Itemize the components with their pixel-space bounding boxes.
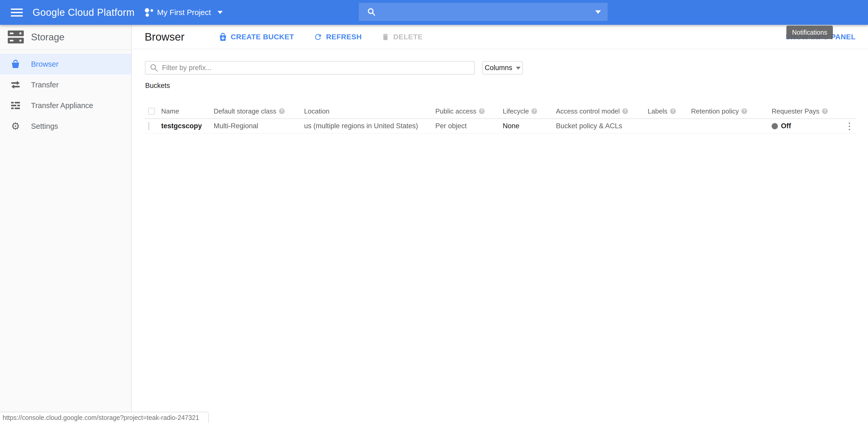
sidebar-item-browser[interactable]: Browser bbox=[0, 54, 131, 75]
divider bbox=[0, 50, 131, 50]
project-icon bbox=[145, 8, 153, 17]
create-bucket-button[interactable]: CREATE BUCKET bbox=[219, 33, 294, 41]
project-name: My First Project bbox=[157, 8, 211, 17]
sidebar-item-label: Transfer Appliance bbox=[31, 101, 93, 110]
row-menu-icon[interactable]: ⋮ bbox=[843, 121, 856, 131]
sidebar-item-transfer-appliance[interactable]: Transfer Appliance bbox=[0, 95, 131, 116]
sidebar-item-settings[interactable]: ⚙ Settings bbox=[0, 116, 131, 137]
help-icon[interactable]: ? bbox=[670, 108, 676, 114]
chevron-down-icon bbox=[516, 67, 521, 69]
gear-icon: ⚙ bbox=[10, 121, 21, 131]
cell-requester-pays: Off bbox=[772, 122, 843, 130]
cell-location: us (multiple regions in United States) bbox=[304, 122, 435, 130]
col-name[interactable]: Name bbox=[161, 107, 214, 115]
app-logo[interactable]: Google Cloud Platform bbox=[33, 0, 134, 25]
transfer-appliance-icon bbox=[10, 101, 21, 110]
sidebar-header: Storage bbox=[0, 25, 131, 50]
page-header: Browser CREATE BUCKET REFRESH DELETE SHO… bbox=[132, 25, 868, 49]
header-actions: CREATE BUCKET REFRESH DELETE bbox=[219, 25, 423, 49]
project-selector[interactable]: My First Project bbox=[145, 0, 223, 25]
col-public-access[interactable]: Public access? bbox=[435, 107, 503, 115]
help-icon[interactable]: ? bbox=[531, 108, 537, 114]
status-bar: https://console.cloud.google.com/storage… bbox=[0, 412, 209, 423]
notifications-tooltip: Notifications bbox=[786, 26, 833, 39]
filter-field[interactable] bbox=[145, 61, 475, 75]
table-header-row: Name Default storage class? Location Pub… bbox=[145, 104, 856, 119]
cell-storage-class: Multi-Regional bbox=[214, 122, 304, 130]
hamburger-menu-icon[interactable] bbox=[11, 8, 23, 17]
col-retention-policy[interactable]: Retention policy? bbox=[691, 107, 772, 115]
sidebar-item-label: Browser bbox=[31, 60, 58, 68]
transfer-icon bbox=[10, 81, 21, 89]
bucket-name-link[interactable]: testgcscopy bbox=[161, 122, 214, 130]
trash-icon bbox=[381, 33, 390, 41]
sidebar: Storage Browser Transfer bbox=[0, 25, 132, 423]
section-label: Buckets bbox=[145, 82, 170, 90]
search-input[interactable] bbox=[359, 3, 608, 21]
sidebar-item-label: Transfer bbox=[31, 81, 59, 89]
col-access-control[interactable]: Access control model? bbox=[556, 107, 648, 115]
help-icon[interactable]: ? bbox=[741, 108, 747, 114]
columns-button[interactable]: Columns bbox=[482, 61, 523, 75]
help-icon[interactable]: ? bbox=[279, 108, 285, 114]
cell-lifecycle[interactable]: None bbox=[503, 122, 556, 130]
sidebar-nav: Browser Transfer bbox=[0, 54, 131, 137]
bucket-icon bbox=[10, 60, 21, 68]
cell-public-access: Per object bbox=[435, 122, 503, 130]
col-location[interactable]: Location bbox=[304, 107, 435, 115]
status-dot-icon bbox=[772, 123, 778, 129]
search-icon bbox=[150, 63, 158, 72]
delete-button[interactable]: DELETE bbox=[381, 33, 423, 41]
refresh-button[interactable]: REFRESH bbox=[314, 33, 362, 41]
buckets-table: Name Default storage class? Location Pub… bbox=[145, 104, 856, 134]
sidebar-item-label: Settings bbox=[31, 122, 58, 131]
select-all-checkbox[interactable] bbox=[148, 108, 155, 115]
help-icon[interactable]: ? bbox=[622, 108, 628, 114]
sidebar-title: Storage bbox=[31, 25, 65, 50]
status-url: https://console.cloud.google.com/storage… bbox=[3, 414, 199, 421]
topbar: Google Cloud Platform My First Project bbox=[0, 0, 868, 25]
col-storage-class[interactable]: Default storage class? bbox=[214, 107, 304, 115]
storage-icon bbox=[8, 30, 24, 45]
col-lifecycle[interactable]: Lifecycle? bbox=[503, 107, 556, 115]
chevron-down-icon bbox=[218, 11, 223, 14]
col-requester-pays[interactable]: Requester Pays? bbox=[772, 107, 843, 115]
page-title: Browser bbox=[145, 25, 184, 49]
sidebar-item-transfer[interactable]: Transfer bbox=[0, 75, 131, 95]
refresh-icon bbox=[314, 33, 322, 41]
col-labels[interactable]: Labels? bbox=[648, 107, 691, 115]
filter-input[interactable] bbox=[162, 61, 474, 74]
search-dropdown-icon[interactable] bbox=[595, 10, 601, 14]
cell-access-control: Bucket policy & ACLs bbox=[556, 122, 648, 130]
help-icon[interactable]: ? bbox=[822, 108, 828, 114]
row-checkbox[interactable] bbox=[148, 122, 149, 130]
help-icon[interactable]: ? bbox=[479, 108, 485, 114]
bucket-plus-icon bbox=[219, 33, 227, 41]
table-row[interactable]: testgcscopy Multi-Regional us (multiple … bbox=[145, 119, 856, 134]
search-icon bbox=[367, 7, 376, 17]
